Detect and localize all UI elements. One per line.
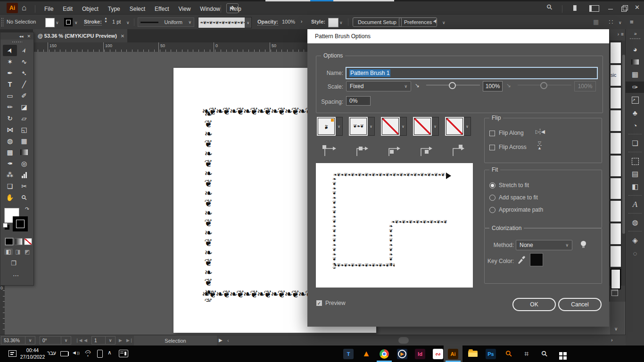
home-icon[interactable]: ⌂ xyxy=(22,3,26,13)
stroke-swatch[interactable] xyxy=(13,216,28,231)
stroke-stepper[interactable]: ▲▼ xyxy=(104,16,107,23)
document-tab[interactable]: @ 53.36 % (CMYK/CPU Preview) ✕ xyxy=(33,29,127,42)
slice-tool[interactable]: ✂ xyxy=(17,181,31,192)
taskbar-app-chrome[interactable] xyxy=(375,346,393,362)
swatches-panel-icon[interactable]: ▦ xyxy=(626,69,644,80)
menu-object[interactable]: Object xyxy=(77,3,103,16)
spacing-input[interactable]: 0% xyxy=(346,96,371,106)
screen-mode-icon[interactable]: ❐ xyxy=(11,260,17,267)
flip-across-checkbox[interactable] xyxy=(489,145,495,150)
style-swatch[interactable] xyxy=(328,18,339,27)
gradient-tool[interactable] xyxy=(17,147,31,158)
phone-link-icon[interactable] xyxy=(97,350,103,358)
name-input[interactable]: Pattern Brush 1 xyxy=(346,67,597,79)
brush-list-item[interactable] xyxy=(611,201,621,222)
rotate-tool[interactable]: ↻ xyxy=(3,113,17,124)
shape-builder-tool[interactable]: ◍ xyxy=(3,135,17,147)
panel-list-icon[interactable]: ≡ xyxy=(630,18,634,25)
curvature-tool[interactable]: ➴ xyxy=(17,67,31,79)
menu-type[interactable]: Type xyxy=(103,3,125,16)
first-artboard-icon[interactable]: ❘◀ xyxy=(75,338,82,343)
line-segment-tool[interactable]: ╱ xyxy=(17,79,31,90)
colorization-tips-icon[interactable] xyxy=(581,241,586,246)
side-tile-button[interactable]: ❦❧❦ xyxy=(349,117,368,136)
opacity-expand-icon[interactable]: › xyxy=(301,19,302,24)
brush-list-item[interactable] xyxy=(611,88,621,108)
slider-knob[interactable] xyxy=(449,82,456,89)
pressure-icon[interactable]: ↘ xyxy=(415,82,420,89)
inner-corner-tile-chevron-icon[interactable]: ∨ xyxy=(400,117,407,136)
menu-view[interactable]: View xyxy=(174,3,196,16)
arrange-documents-icon[interactable]: ❖ xyxy=(226,3,239,13)
brush-list-item[interactable] xyxy=(611,223,621,244)
dock-grip[interactable] xyxy=(629,38,641,40)
eyedropper-tool[interactable]: ✒ xyxy=(3,158,17,169)
brush-list-item[interactable] xyxy=(611,246,621,267)
stroke-weight-value[interactable]: 1 pt xyxy=(112,19,121,25)
close-button[interactable]: ✕ xyxy=(635,4,640,11)
key-color-swatch[interactable] xyxy=(530,253,543,266)
cursor-badge-chevron-icon[interactable]: ∨ xyxy=(442,20,446,25)
menu-effect[interactable]: Effect xyxy=(150,3,173,16)
panel-grip[interactable] xyxy=(12,41,22,43)
zoom-level-box[interactable]: 53.36% xyxy=(1,336,25,345)
draw-normal-icon[interactable]: ◧ xyxy=(4,248,13,255)
taskbar-app-vlc[interactable]: ▲ xyxy=(357,346,375,362)
stroke-link[interactable]: Stroke: xyxy=(84,19,102,25)
approximate-path-radio[interactable] xyxy=(489,207,495,213)
magic-wand-tool[interactable]: ✶ xyxy=(3,56,17,67)
delete-brush-icon[interactable] xyxy=(611,289,618,296)
taskbar-app-photoshop[interactable]: Ps xyxy=(482,346,500,362)
opacity-link[interactable]: Opacity: xyxy=(257,19,278,25)
workspace-switcher-icon[interactable]: ⸬ xyxy=(609,18,613,25)
brush-list-item[interactable]: sic xyxy=(611,65,621,86)
volume-icon[interactable]: ◄⟩⟩ xyxy=(72,350,80,355)
close-panel-icon[interactable]: ✕ xyxy=(27,34,31,39)
menu-edit[interactable]: Edit xyxy=(58,3,77,16)
ok-button[interactable]: OK xyxy=(512,298,556,311)
taskbar-clock[interactable]: 00:44 27/10/2022 xyxy=(20,347,45,360)
start-tile-chevron-icon[interactable]: ∨ xyxy=(432,117,439,136)
minimize-button[interactable] xyxy=(608,9,613,9)
scale-percent-input[interactable]: 100% xyxy=(483,81,503,91)
taskbar-search-icon[interactable]: ⚲ xyxy=(536,346,553,362)
stroke-chevron-icon[interactable]: ∨ xyxy=(74,20,78,25)
pen-tool[interactable]: ✒ xyxy=(3,67,17,79)
status-tool-segment[interactable]: Selection xyxy=(134,336,217,346)
eyedropper-icon[interactable] xyxy=(517,255,525,264)
more-tools-icon[interactable]: ⋯ xyxy=(13,272,19,279)
swap-fill-stroke-icon[interactable]: ↷ xyxy=(25,206,29,212)
add-space-to-fit-radio[interactable] xyxy=(489,195,495,201)
rotation-box[interactable]: 0° xyxy=(40,336,61,345)
horizontal-scrollbar-thumb[interactable] xyxy=(398,337,409,344)
export-panel-icon[interactable]: ↗ xyxy=(626,94,644,106)
color-mode-button[interactable] xyxy=(5,238,13,245)
blend-tool[interactable]: ◎ xyxy=(17,158,31,169)
illustrator-logo[interactable]: Ai xyxy=(7,3,18,13)
panel-grip[interactable] xyxy=(1,17,4,27)
taskbar-app-file-explorer[interactable] xyxy=(464,346,482,362)
rotation-chevron[interactable]: ∨ xyxy=(61,336,71,345)
width-tool[interactable]: ⋈ xyxy=(3,124,17,135)
paintbrush-tool[interactable]: ✐ xyxy=(17,90,31,101)
fill-color-swatch[interactable] xyxy=(45,18,55,27)
stretch-to-fit-radio[interactable] xyxy=(489,182,495,189)
battery-icon[interactable] xyxy=(60,351,68,356)
inner-corner-tile-button[interactable] xyxy=(381,117,400,136)
dialog-title-bar[interactable]: Pattern Brush Options xyxy=(307,29,609,43)
document-setup-button[interactable]: Document Setup xyxy=(353,17,402,27)
draw-behind-icon[interactable]: ◨ xyxy=(14,248,22,255)
taskbar-app-text-tool[interactable]: T xyxy=(339,346,357,362)
column-graph-tool[interactable] xyxy=(17,169,31,181)
scale-tool[interactable]: ▱ xyxy=(17,113,31,124)
layers-panel-icon[interactable]: ◈ xyxy=(626,235,644,246)
color-panel-icon[interactable]: ◕ xyxy=(626,43,644,55)
direct-selection-tool[interactable]: ➢ xyxy=(17,45,31,56)
notification-center-icon[interactable] xyxy=(8,350,17,357)
symbol-sprayer-tool[interactable]: ⁂ xyxy=(3,169,17,181)
hidden-icons-chevron[interactable]: ∧ xyxy=(107,349,112,356)
scroll-right-icon[interactable]: › xyxy=(611,337,613,343)
hand-tool[interactable]: ✋ xyxy=(3,192,17,203)
selection-panel-icon[interactable]: ◌ xyxy=(626,247,644,259)
symbols-panel-icon[interactable]: ♣ xyxy=(626,107,644,118)
